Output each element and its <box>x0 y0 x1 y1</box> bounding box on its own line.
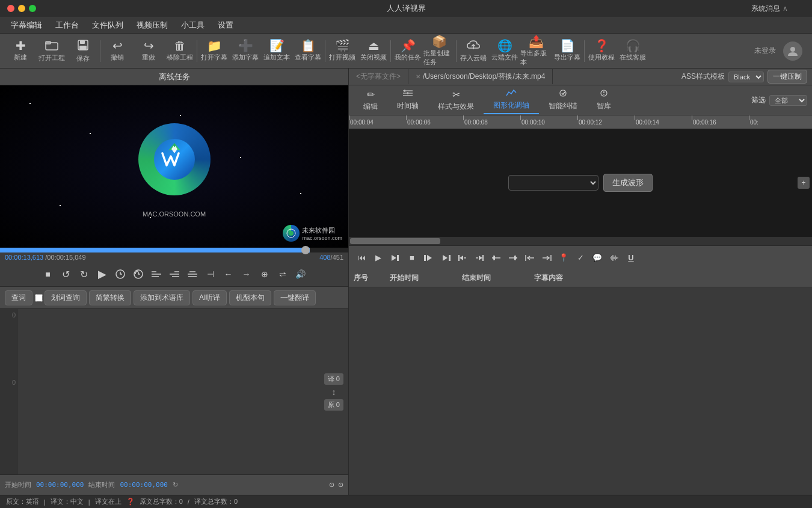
pin-button[interactable]: 📍 <box>556 250 571 266</box>
ai-listen-button[interactable]: AI听译 <box>192 290 227 305</box>
timeline-bar[interactable] <box>0 248 348 252</box>
minimize-button[interactable] <box>18 5 25 12</box>
volume-btn[interactable]: 🔊 <box>292 266 309 283</box>
toolbar-delete[interactable]: 🗑 移除工程 <box>164 35 195 67</box>
collapse-arrow[interactable]: ∧ <box>783 4 788 13</box>
video-preview[interactable]: MAC.ORSOON.COM 未来软件园 mac.orsoon.com <box>0 85 348 248</box>
go-start-button[interactable]: ⏮ <box>354 250 369 266</box>
refresh-icon[interactable]: ↻ <box>173 481 178 489</box>
next-frame-btn[interactable]: → <box>238 266 255 283</box>
toolbar-add-sub[interactable]: ➕ 添加字幕 <box>230 35 261 67</box>
menu-subtitle-edit[interactable]: 字幕编辑 <box>5 18 48 32</box>
tool-tab-style[interactable]: ✂ 样式与效果 <box>428 87 484 114</box>
tool-tab-library[interactable]: 智库 <box>587 87 621 114</box>
tool-tab-fix[interactable]: 智能纠错 <box>539 87 587 114</box>
swap-btn[interactable]: ⇌ <box>274 266 291 283</box>
toolbar-close-video[interactable]: ⏏ 关闭视频 <box>358 35 389 67</box>
text-content[interactable] <box>18 309 348 474</box>
menu-video-compress[interactable]: 视频压制 <box>131 18 174 32</box>
audio-wave-button[interactable] <box>606 250 622 266</box>
align-center-btn[interactable] <box>184 266 201 283</box>
toolbar-add-text[interactable]: 📝 追加文本 <box>261 35 292 67</box>
zoom-in-button[interactable]: + <box>798 177 810 189</box>
one-key-compress-button[interactable]: 一键压制 <box>767 70 807 84</box>
waveform-scrollbar[interactable] <box>349 237 812 245</box>
transport-stop-button[interactable]: ■ <box>404 250 420 266</box>
align-right-btn[interactable] <box>166 266 183 283</box>
subtitle-table[interactable]: 序号 开始时间 结束时间 字幕内容 <box>349 269 812 495</box>
traditional-convert-button[interactable]: 简繁转换 <box>89 290 131 305</box>
toolbar-cloud-file[interactable]: 🌐 云端文件 <box>489 35 520 67</box>
smart-lookup-checkbox[interactable] <box>35 294 43 302</box>
mark-out-transport-btn[interactable] <box>472 250 487 266</box>
gen-waveform-button[interactable]: 生成波形 <box>603 174 653 192</box>
check-mark-button[interactable]: ✓ <box>573 250 588 266</box>
lookup-button[interactable]: 查词 <box>5 290 32 305</box>
toolbar-save-cloud[interactable]: 存入云端 <box>458 35 489 67</box>
loop-fwd-button[interactable]: ↻ <box>76 266 93 283</box>
mark-in-transport-btn[interactable] <box>455 250 470 266</box>
no-file-tab[interactable]: <无字幕文件> <box>349 69 408 84</box>
shrink-right-button[interactable] <box>539 250 555 266</box>
support-icon: 🎧 <box>626 40 641 52</box>
toolbar-tutorial[interactable]: ❓ 使用教程 <box>586 35 617 67</box>
stop-button[interactable]: ■ <box>40 266 57 283</box>
toolbar-my-task[interactable]: 📌 我的任务 <box>392 35 423 67</box>
menu-settings[interactable]: 设置 <box>212 18 239 32</box>
smart-lookup-button[interactable]: 划词查询 <box>45 290 87 305</box>
shrink-left-button[interactable] <box>522 250 538 266</box>
center-btn[interactable]: ⊕ <box>256 266 273 283</box>
close-x-icon[interactable]: ✕ <box>416 73 420 80</box>
menu-file-queue[interactable]: 文件队列 <box>86 18 129 32</box>
subtitle-textarea[interactable] <box>18 309 348 474</box>
one-key-translate-button[interactable]: 一键翻译 <box>274 290 316 305</box>
play-mark-button[interactable] <box>438 250 454 266</box>
tool-tab-edit[interactable]: ✏ 编辑 <box>354 87 387 114</box>
help-icon[interactable]: ❓ <box>126 498 135 506</box>
machine-translate-button[interactable]: 机翻本句 <box>229 290 271 305</box>
prev-mark-button[interactable] <box>488 250 504 266</box>
toolbar-open-sub[interactable]: 📁 打开字幕 <box>198 35 230 67</box>
toolbar-open[interactable]: 打开工程 <box>36 35 67 67</box>
play-button[interactable]: ▶ <box>94 266 111 283</box>
loop-back-button[interactable]: ↺ <box>58 266 75 283</box>
underline-button[interactable]: U <box>623 250 639 266</box>
prev-icon[interactable]: ⊙ <box>329 481 334 489</box>
toolbar-export-sub[interactable]: 📄 导出字幕 <box>552 35 583 67</box>
mark-play-button[interactable] <box>421 250 437 266</box>
gen-waveform-select[interactable] <box>508 175 598 191</box>
style-select[interactable]: Black White <box>728 72 764 82</box>
tool-tab-timeline[interactable]: 时间轴 <box>387 87 428 114</box>
tool-tab-shape[interactable]: 图形化调轴 <box>484 86 539 114</box>
toolbar-save[interactable]: 保存 <box>67 35 99 67</box>
transport-play-button[interactable]: ▶ <box>371 250 386 266</box>
translate-count-badge: 译 0 <box>324 373 343 385</box>
toolbar-redo[interactable]: ↪ 重做 <box>133 35 164 67</box>
toolbar-new[interactable]: ✚ 新建 <box>5 35 36 67</box>
replay2-button[interactable] <box>130 266 147 283</box>
toolbar-export-multi[interactable]: 📤 导出多版本 <box>520 35 552 67</box>
filter-select[interactable]: 全部 已翻译 未翻译 <box>769 95 807 106</box>
menu-tools[interactable]: 小工具 <box>175 18 211 32</box>
add-terminology-button[interactable]: 添加到术语库 <box>134 290 190 305</box>
next-icon[interactable]: ⊙ <box>338 481 343 489</box>
next-mark-button[interactable] <box>505 250 521 266</box>
offline-tasks-header: 离线任务 <box>0 69 348 85</box>
mark-in-btn[interactable]: ⊣ <box>202 266 219 283</box>
replay-button[interactable] <box>112 266 129 283</box>
user-avatar[interactable] <box>783 41 802 61</box>
menu-workbench[interactable]: 工作台 <box>49 18 85 32</box>
toolbar-open-video[interactable]: 🎬 打开视频 <box>327 35 358 67</box>
toolbar-undo[interactable]: ↩ 撤销 <box>102 35 133 67</box>
close-button[interactable] <box>7 5 14 12</box>
toolbar-batch-task[interactable]: 📦 批量创建任务 <box>423 35 455 67</box>
toolbar-support[interactable]: 🎧 在线客服 <box>617 35 648 67</box>
maximize-button[interactable] <box>29 5 36 12</box>
align-left-btn[interactable] <box>148 266 165 283</box>
toolbar-check-sub[interactable]: 📋 查看字幕 <box>292 35 324 67</box>
scrollbar-thumb[interactable] <box>350 238 440 244</box>
file-tab[interactable]: ✕ /Users/orsoon/Desktop/替换/未来.mp4 <box>408 69 553 84</box>
prev-frame-btn[interactable]: ← <box>220 266 237 283</box>
go-end-button[interactable] <box>387 250 403 266</box>
comment-button[interactable]: 💬 <box>589 250 605 266</box>
